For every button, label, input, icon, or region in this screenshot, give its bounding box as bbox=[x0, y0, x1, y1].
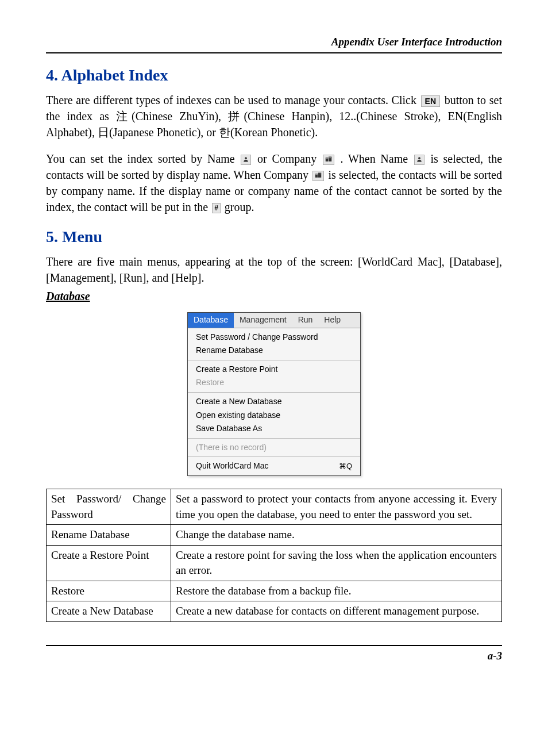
page-number: a-3 bbox=[46, 648, 502, 664]
company-icon bbox=[323, 155, 334, 165]
menu-paragraph: There are five main menus, appearing at … bbox=[46, 254, 502, 286]
svg-rect-6 bbox=[330, 158, 331, 158]
header-rule bbox=[46, 52, 502, 53]
tab-help[interactable]: Help bbox=[318, 313, 346, 328]
database-subheading: Database bbox=[46, 288, 502, 304]
desc-cell: Set a password to protect your contacts … bbox=[171, 489, 502, 524]
svg-rect-3 bbox=[326, 158, 326, 159]
menu-shortcut-quit: ⌘Q bbox=[339, 461, 352, 471]
svg-rect-8 bbox=[315, 174, 318, 178]
svg-rect-11 bbox=[317, 174, 318, 175]
en-button-icon: EN bbox=[421, 95, 440, 107]
tab-database[interactable]: Database bbox=[188, 313, 234, 328]
text-fragment: . When Name bbox=[341, 152, 413, 165]
database-menu-definitions-table: Set Password/ Change Password Set a pass… bbox=[46, 489, 502, 622]
menu-group-4: (There is no record) bbox=[188, 439, 360, 458]
menu-item-label: Quit WorldCard Mac bbox=[196, 460, 269, 472]
menu-item-label: Create a Restore Point bbox=[196, 364, 277, 375]
menu-item-create-new-database[interactable]: Create a New Database bbox=[188, 395, 360, 409]
heading-menu: 5. Menu bbox=[46, 225, 502, 248]
menu-item-label: Create a New Database bbox=[196, 396, 281, 408]
menu-item-create-restore-point[interactable]: Create a Restore Point bbox=[188, 363, 360, 377]
desc-cell: Restore the database from a backup file. bbox=[171, 581, 502, 601]
heading-alphabet-index: 4. Alphabet Index bbox=[46, 64, 502, 86]
menu-bar: Database Management Run Help bbox=[188, 313, 360, 328]
person-icon bbox=[241, 155, 251, 165]
term-cell: Rename Database bbox=[47, 525, 171, 546]
menu-item-restore: Restore bbox=[188, 376, 360, 390]
table-row: Rename Database Change the database name… bbox=[47, 525, 502, 546]
footer-rule bbox=[46, 645, 502, 646]
tab-management[interactable]: Management bbox=[234, 313, 292, 328]
svg-point-0 bbox=[245, 157, 248, 159]
table-row: Create a Restore Point Create a restore … bbox=[47, 545, 502, 581]
menu-item-label: Set Password / Change Password bbox=[196, 332, 318, 343]
svg-rect-10 bbox=[316, 174, 317, 175]
company-icon bbox=[312, 171, 324, 181]
menu-item-label: (There is no record) bbox=[196, 442, 267, 454]
svg-point-7 bbox=[418, 157, 420, 159]
menu-item-set-password[interactable]: Set Password / Change Password bbox=[188, 331, 360, 344]
text-fragment: group. bbox=[225, 201, 254, 213]
menu-group-3: Create a New Database Open existing data… bbox=[188, 393, 360, 439]
menu-group-1: Set Password / Change Password Rename Da… bbox=[188, 328, 360, 360]
menu-group-2: Create a Restore Point Restore bbox=[188, 360, 360, 393]
alphabet-index-paragraph-1: There are different types of indexes can… bbox=[46, 92, 502, 140]
menu-item-label: Rename Database bbox=[196, 345, 263, 356]
desc-cell: Create a new database for contacts on di… bbox=[171, 601, 502, 622]
desc-cell: Create a restore point for saving the lo… bbox=[171, 545, 502, 581]
table-row: Create a New Database Create a new datab… bbox=[47, 601, 502, 622]
menu-group-5: Quit WorldCard Mac ⌘Q bbox=[188, 457, 360, 475]
text-fragment: There are different types of indexes can… bbox=[46, 94, 420, 106]
svg-rect-9 bbox=[318, 173, 321, 178]
svg-rect-2 bbox=[329, 157, 331, 162]
term-cell: Set Password/ Change Password bbox=[47, 489, 171, 524]
svg-rect-5 bbox=[329, 158, 330, 158]
menu-item-label: Open existing database bbox=[196, 410, 280, 421]
person-icon bbox=[414, 155, 424, 165]
svg-rect-13 bbox=[320, 174, 321, 174]
tab-run[interactable]: Run bbox=[292, 313, 319, 328]
menu-item-open-existing-database[interactable]: Open existing database bbox=[188, 409, 360, 423]
svg-rect-12 bbox=[319, 174, 319, 174]
database-menu-screenshot: Database Management Run Help Set Passwor… bbox=[187, 312, 361, 476]
menu-item-save-database-as[interactable]: Save Database As bbox=[188, 422, 360, 436]
hash-icon: # bbox=[212, 203, 221, 213]
svg-rect-1 bbox=[326, 158, 329, 162]
text-fragment: or Company bbox=[257, 152, 322, 165]
text-fragment: You can set the index sorted by Name bbox=[46, 152, 240, 165]
table-row: Set Password/ Change Password Set a pass… bbox=[47, 489, 502, 524]
alphabet-index-paragraph-2: You can set the index sorted by Name or … bbox=[46, 151, 502, 215]
desc-cell: Change the database name. bbox=[171, 525, 502, 546]
menu-item-quit[interactable]: Quit WorldCard Mac ⌘Q bbox=[188, 459, 360, 473]
term-cell: Create a New Database bbox=[47, 601, 171, 622]
menu-item-label: Restore bbox=[196, 377, 224, 389]
table-row: Restore Restore the database from a back… bbox=[47, 581, 502, 601]
term-cell: Create a Restore Point bbox=[47, 545, 171, 581]
menu-item-rename-database[interactable]: Rename Database bbox=[188, 344, 360, 358]
running-header: Appendix User Interface Introduction bbox=[46, 34, 502, 50]
svg-rect-4 bbox=[327, 158, 327, 159]
menu-item-label: Save Database As bbox=[196, 423, 262, 435]
menu-item-no-record: (There is no record) bbox=[188, 441, 360, 455]
term-cell: Restore bbox=[47, 581, 171, 601]
